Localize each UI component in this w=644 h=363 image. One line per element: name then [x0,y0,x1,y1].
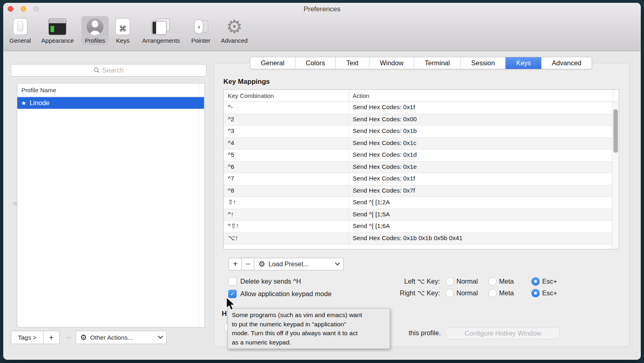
add-mapping-button[interactable]: + [229,258,242,270]
radio-right-esc[interactable] [531,289,540,297]
table-row[interactable]: ^⇧↑Send ^[ [1;6A [224,221,619,233]
keypad-tooltip: Some programs (such as vim and emacs) wa… [227,308,390,349]
splitter-handle[interactable] [13,202,17,205]
mapping-controls: + − ⚙ Load Preset... [229,258,344,270]
toolbar-item-pointer[interactable]: Pointer [188,16,214,45]
table-row-partial [224,245,619,249]
toolbar-item-profiles[interactable]: Profiles [81,16,109,45]
remove-profile-button-disabled: − [63,331,75,344]
keypad-label: Allow application keypad mode [240,290,332,298]
window-header: Preferences General × Appearance Profile… [3,3,641,51]
toolbar-item-advanced[interactable]: ⚙ Advanced [217,16,252,45]
profile-name: Linode [29,99,50,107]
gear-icon: ⚙ [258,260,265,268]
profile-tabbar: General Colors Text Window Terminal Sess… [250,57,592,69]
profile-list: Profile Name ★ Linode [17,83,205,328]
gear-icon: ⚙ [80,334,87,341]
table-row[interactable]: ^5Send Hex Codes: 0x1d [224,149,619,162]
search-placeholder: Search [102,66,124,75]
tab-general[interactable]: General [250,57,295,69]
tab-keys[interactable]: Keys [506,57,541,69]
toolbar-item-keys[interactable]: ⌘ Keys [112,16,134,45]
tab-terminal[interactable]: Terminal [414,57,460,69]
chevron-down-icon [335,260,340,266]
load-preset-dropdown[interactable]: ⚙ Load Preset... [254,258,344,270]
tab-session[interactable]: Session [461,57,506,69]
right-option-key-row: Right ⌥ Key: Normal Meta Esc+ [380,288,569,298]
toolbar-item-label: Pointer [191,37,211,44]
default-profile-star-icon: ★ [21,100,26,107]
table-row[interactable]: ^2Send Hex Codes: 0x00 [224,114,619,126]
table-row[interactable]: ⇧↑Send ^[ [1;2A [224,197,619,209]
radio-right-meta[interactable] [488,289,497,297]
delete-key-checkbox[interactable] [228,277,237,286]
key-mappings-table: Key Combination Action ^-Send Hex Codes:… [223,89,619,249]
table-row[interactable]: ^7Send Hex Codes: 0x1f [224,173,619,185]
tab-window[interactable]: Window [369,57,415,69]
key-mappings-heading: Key Mappings [223,78,270,86]
right-option-key-label: Right ⌥ Key: [380,289,440,297]
appearance-icon: × [49,19,66,35]
table-scrollbar[interactable] [612,102,619,249]
other-actions-label: Other Actions... [90,334,133,341]
tags-button[interactable]: Tags > [11,331,43,344]
profiles-icon [87,18,103,35]
scrollbar-thumb[interactable] [613,109,618,153]
load-preset-label: Load Preset... [268,261,309,268]
check-icon: ✓ [230,290,235,297]
table-row[interactable]: ^6Send Hex Codes: 0x1e [224,162,619,174]
gear-icon: ⚙ [226,18,242,35]
delete-key-checkbox-row: Delete key sends ^H [228,277,301,286]
toolbar-item-label: Arrangements [142,37,180,44]
profile-row-linode[interactable]: ★ Linode [17,97,204,109]
column-header-profile-name: Profile Name [17,87,56,93]
radio-left-esc[interactable] [531,277,540,286]
keypad-checkbox-row: ✓ Allow application keypad mode [228,289,332,298]
delete-key-label: Delete key sends ^H [240,278,301,285]
table-row[interactable]: ⌥↑Send Hex Codes: 0x1b 0x1b 0x5b 0x41 [224,233,619,245]
table-row[interactable]: ^4Send Hex Codes: 0x1c [224,138,619,150]
toolbar-item-label: General [9,37,31,44]
column-header-key-combination: Key Combination [228,92,274,99]
table-row[interactable]: ^↑Send ^[ [1;5A [224,209,619,221]
remove-mapping-button[interactable]: − [242,258,254,270]
column-header-action: Action [353,92,369,99]
left-option-key-row: Left ⌥ Key: Normal Meta Esc+ [380,277,569,286]
toolbar-item-general[interactable]: General [6,16,34,45]
table-row[interactable]: ^3Send Hex Codes: 0x1b [224,126,619,138]
radio-left-meta[interactable] [488,277,497,286]
toolbar-item-arrangements[interactable]: Arrangements [138,16,184,45]
toolbar-item-label: Keys [116,37,129,44]
hotkey-profile-text: this profile. [396,329,441,337]
mouse-icon [192,18,210,35]
add-profile-button[interactable]: + [43,331,60,344]
mouse-cursor-icon [225,297,237,314]
table-row[interactable]: ^8Send Hex Codes: 0x7f [224,185,619,197]
search-icon [94,67,100,73]
toolbar-item-appearance[interactable]: × Appearance [38,16,78,45]
list-column-divider [199,83,199,327]
key-mappings-table-header: Key Combination Action [224,90,619,102]
other-actions-dropdown[interactable]: ⚙ Other Actions... [76,331,167,344]
radio-right-normal[interactable] [446,289,454,297]
window-title: Preferences [3,5,641,13]
search-input[interactable]: Search [11,64,206,77]
configure-hotkey-window-button: Configure Hotkey Window [446,328,560,339]
table-row[interactable]: ^-Send Hex Codes: 0x1f [224,102,619,114]
chevron-down-icon [158,334,163,339]
tab-advanced[interactable]: Advanced [541,57,592,69]
general-icon [13,18,27,35]
radio-left-normal[interactable] [446,277,454,286]
toolbar-item-label: Advanced [221,37,248,44]
tab-text[interactable]: Text [336,57,369,69]
profile-list-header[interactable]: Profile Name [17,83,204,97]
command-key-icon: ⌘ [116,18,130,35]
key-mappings-rows: ^-Send Hex Codes: 0x1f ^2Send Hex Codes:… [224,102,619,249]
toolbar-item-label: Profiles [85,37,105,44]
left-option-key-label: Left ⌥ Key: [380,278,440,285]
tab-colors[interactable]: Colors [295,57,336,69]
preferences-window: Preferences General × Appearance Profile… [3,3,641,360]
arrangements-icon [152,18,171,35]
toolbar-item-label: Appearance [41,37,74,44]
